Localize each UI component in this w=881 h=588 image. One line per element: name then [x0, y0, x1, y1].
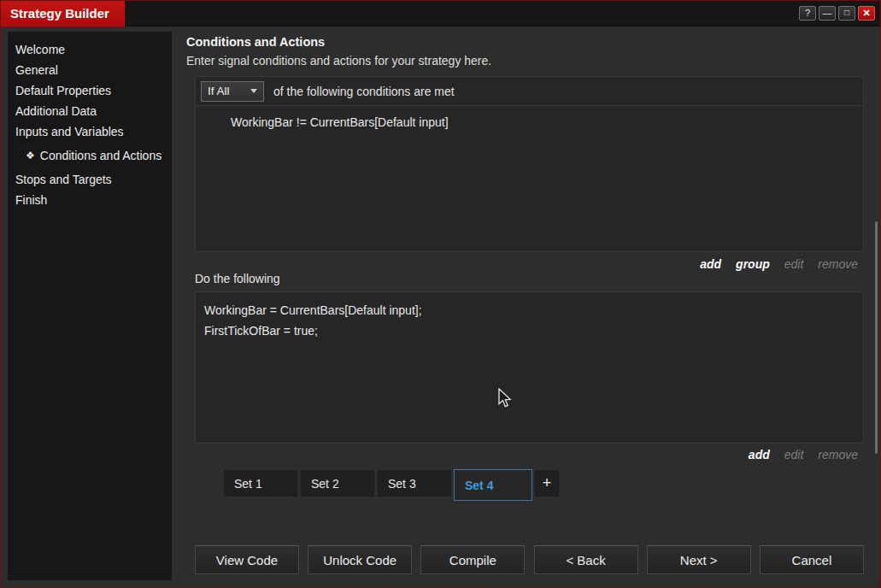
- condition-link-edit[interactable]: edit: [784, 257, 804, 271]
- sidebar-item-additional-data[interactable]: Additional Data: [8, 101, 172, 121]
- footer-buttons: View CodeUnlock CodeCompile< BackNext >C…: [195, 545, 864, 574]
- set-tabs: Set 1Set 2Set 3Set 4 +: [223, 469, 560, 501]
- add-set-button[interactable]: +: [534, 469, 560, 497]
- conditions-match-header: If All of the following conditions are m…: [196, 77, 863, 106]
- actions-panel: WorkingBar = CurrentBars[Default input];…: [195, 291, 864, 444]
- set-tab-set-3[interactable]: Set 3: [377, 469, 452, 497]
- actions-label: Do the following: [195, 272, 280, 285]
- action-item-workingbar-currentbars-default-input[interactable]: WorkingBar = CurrentBars[Default input];: [204, 300, 855, 320]
- title-bar: Strategy Builder ? — □ ✕: [1, 1, 880, 26]
- close-button[interactable]: ✕: [858, 6, 875, 21]
- scrollbar-thumb[interactable]: [875, 221, 878, 454]
- sidebar-item-welcome[interactable]: Welcome: [8, 39, 172, 60]
- sidebar-item-stops-and-targets[interactable]: Stops and Targets: [8, 169, 172, 190]
- sidebar-item-label: General: [15, 63, 58, 77]
- sidebar-item-label: Welcome: [15, 43, 65, 56]
- action-link-remove[interactable]: remove: [818, 448, 858, 462]
- page-title: Conditions and Actions: [186, 35, 325, 49]
- main-content: Conditions and Actions Enter signal cond…: [180, 32, 873, 580]
- diamond-bullet-icon: ❖: [26, 150, 35, 162]
- condition-link-add[interactable]: add: [700, 257, 721, 271]
- sidebar-item-default-properties[interactable]: Default Properties: [8, 80, 172, 101]
- page-subtitle: Enter signal conditions and actions for …: [186, 54, 491, 68]
- minimize-button[interactable]: —: [819, 6, 836, 21]
- match-suffix-label: of the following conditions are met: [273, 85, 455, 98]
- sidebar-item-finish[interactable]: Finish: [8, 190, 172, 210]
- conditions-links: addgroupeditremove: [700, 257, 858, 271]
- window-title: Strategy Builder: [1, 1, 125, 26]
- set-tabs-strip: Set 1Set 2Set 3Set 4: [223, 469, 532, 501]
- sidebar-item-label: Additional Data: [15, 104, 97, 118]
- set-tab-set-1[interactable]: Set 1: [223, 469, 298, 497]
- sidebar-item-label: Stops and Targets: [15, 173, 112, 186]
- footer-button-back[interactable]: < Back: [534, 545, 638, 574]
- conditions-panel: If All of the following conditions are m…: [195, 76, 864, 252]
- action-link-edit[interactable]: edit: [784, 448, 804, 462]
- set-tab-set-4[interactable]: Set 4: [454, 469, 532, 501]
- maximize-button[interactable]: □: [838, 6, 855, 21]
- wizard-step-sidebar: Welcome General Default Properties Addit…: [8, 32, 172, 580]
- footer-button-view-code[interactable]: View Code: [195, 545, 299, 574]
- conditions-list: WorkingBar != CurrentBars[Default input]: [196, 106, 863, 132]
- sidebar-item-general[interactable]: General: [8, 60, 172, 80]
- help-button[interactable]: ?: [799, 6, 816, 21]
- chevron-down-icon: [250, 89, 257, 93]
- sidebar-item-inputs-and-variables[interactable]: Inputs and Variables: [8, 121, 172, 142]
- sidebar-item-label: Inputs and Variables: [15, 125, 124, 138]
- action-item-firsttickofbar-true[interactable]: FirstTickOfBar = true;: [204, 320, 855, 341]
- sidebar-item-label: Finish: [15, 193, 47, 207]
- sidebar-item-label: Default Properties: [15, 84, 111, 97]
- action-link-add[interactable]: add: [749, 448, 770, 462]
- actions-links: addeditremove: [749, 448, 858, 462]
- sidebar-item-conditions-and-actions[interactable]: ❖ Conditions and Actions: [8, 145, 172, 166]
- footer-button-cancel[interactable]: Cancel: [760, 545, 864, 574]
- sidebar-item-label: Conditions and Actions: [40, 149, 162, 162]
- footer-button-unlock-code[interactable]: Unlock Code: [308, 545, 412, 574]
- condition-link-group[interactable]: group: [736, 257, 770, 271]
- set-tab-set-2[interactable]: Set 2: [300, 469, 375, 497]
- match-type-select[interactable]: If All: [201, 81, 264, 102]
- match-type-value: If All: [208, 85, 230, 97]
- condition-item-workingbar-currentbars-default-input[interactable]: WorkingBar != CurrentBars[Default input]: [231, 114, 863, 132]
- strategy-builder-window: { "window": { "title": "Strategy Builder…: [0, 0, 881, 588]
- footer-button-compile[interactable]: Compile: [420, 545, 525, 574]
- window-controls: ? — □ ✕: [799, 6, 875, 21]
- condition-link-remove[interactable]: remove: [818, 257, 858, 271]
- footer-button-next[interactable]: Next >: [647, 545, 751, 574]
